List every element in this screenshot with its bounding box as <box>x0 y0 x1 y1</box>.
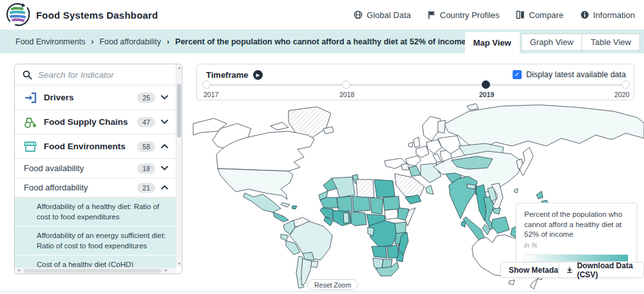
section-label: Food Environments <box>44 142 126 151</box>
checkbox-checked-icon[interactable]: ✓ <box>513 70 522 79</box>
legend-title: Percent of the population who cannot aff… <box>524 210 629 240</box>
login-arrow-icon <box>23 92 38 104</box>
scroll-down-arrow[interactable]: ▼ <box>176 262 182 266</box>
breadcrumb-level2[interactable]: Food affordability <box>99 37 161 46</box>
breadcrumb-separator: › <box>91 37 93 46</box>
nav-information[interactable]: Information <box>580 10 635 20</box>
subsection-label: Food availability <box>24 163 84 173</box>
nav-compare[interactable]: Compare <box>516 10 563 20</box>
sidebar-subsection-food-affordability[interactable]: Food affordability 21 <box>15 178 176 198</box>
sidebar-subsection-food-availability[interactable]: Food availability 18 <box>15 159 176 178</box>
indicator-item[interactable]: Affordability of an energy sufficient di… <box>15 226 176 255</box>
globe-icon <box>354 10 363 19</box>
nav-label: Information <box>593 10 635 20</box>
timeframe-panel: Timeframe ▶ ✓ Display latest available d… <box>196 64 634 100</box>
chevron-down-icon <box>161 95 168 100</box>
compare-icon <box>516 10 525 19</box>
count-badge: 58 <box>137 142 155 152</box>
year-stop-2020[interactable] <box>621 80 630 89</box>
scroll-right-arrow[interactable]: ► <box>164 268 168 272</box>
display-latest-label: Display latest available data <box>526 70 626 79</box>
scroll-up-arrow[interactable]: ▲ <box>176 66 182 69</box>
display-latest-checkbox-row[interactable]: ✓ Display latest available data <box>513 70 626 79</box>
count-badge: 21 <box>137 183 155 193</box>
legend-unit: in % <box>524 241 629 249</box>
subsection-label: Food affordability <box>24 183 88 192</box>
year-stop-2018[interactable] <box>342 80 350 89</box>
tab-map-view[interactable]: Map View <box>465 32 520 53</box>
download-icon <box>567 266 573 274</box>
show-metadata-label: Show Metadata <box>509 266 565 275</box>
app-header: Food Systems Dashboard Global Data Count… <box>0 0 644 30</box>
chevron-up-icon <box>161 185 168 190</box>
chevron-down-icon <box>161 120 168 124</box>
page-bottom-divider <box>0 291 644 292</box>
nav-country-profiles[interactable]: Country Profiles <box>428 10 499 20</box>
sidebar-section-food-supply-chains[interactable]: Food Supply Chains 47 <box>15 110 176 134</box>
download-data-label: Download Data (CSV) <box>577 261 636 279</box>
sidebar-horizontal-scrollbar[interactable]: ◄ ► <box>15 267 176 273</box>
year-slider-track[interactable] <box>206 84 625 86</box>
scrollbar-thumb[interactable] <box>177 84 181 138</box>
flag-icon <box>428 10 436 19</box>
count-badge: 47 <box>137 117 155 127</box>
count-badge: 25 <box>137 93 155 103</box>
south-america[interactable] <box>281 217 332 288</box>
nav-global-data[interactable]: Global Data <box>354 10 411 20</box>
search-input[interactable] <box>38 70 168 80</box>
nav-label: Country Profiles <box>440 10 499 20</box>
indicator-search <box>15 64 176 86</box>
breadcrumb-current-indicator: Percent of the population who cannot aff… <box>175 37 466 46</box>
section-label: Drivers <box>44 93 74 102</box>
year-label: 2020 <box>614 91 629 98</box>
count-badge: 18 <box>137 163 155 174</box>
main-nav: Global Data Country Profiles Compare Inf… <box>354 10 644 20</box>
year-stop-2017[interactable] <box>202 80 211 89</box>
search-icon <box>23 70 32 80</box>
nav-label: Global Data <box>366 10 411 20</box>
tab-graph-view[interactable]: Graph View <box>521 33 583 51</box>
play-button[interactable]: ▶ <box>253 70 263 80</box>
sidebar-vertical-scrollbar[interactable]: ▲ ▼ <box>176 64 182 267</box>
indicator-item[interactable]: Affordability of a healthy diet: Ratio o… <box>15 198 176 226</box>
sidebar-section-food-environments[interactable]: Food Environments 58 <box>15 134 176 159</box>
timeframe-label: Timeframe <box>206 70 249 80</box>
nav-label: Compare <box>529 10 563 20</box>
chevron-down-icon <box>161 166 168 170</box>
reset-zoom-label: Reset Zoom <box>314 281 351 289</box>
storefront-icon <box>23 141 38 152</box>
view-tabs: Map View Graph View Table View <box>465 32 640 53</box>
indicator-sidebar: Drivers 25 Food Supply Chains 47 Food En… <box>14 64 182 274</box>
chevron-up-icon <box>161 144 168 149</box>
scroll-left-arrow[interactable]: ◄ <box>17 268 21 272</box>
tab-table-view[interactable]: Table View <box>582 33 640 51</box>
reset-zoom-button[interactable]: Reset Zoom <box>307 279 358 290</box>
food-systems-logo-icon <box>6 3 31 27</box>
app-title: Food Systems Dashboard <box>36 10 158 21</box>
breadcrumb-separator: › <box>167 37 169 46</box>
scrollbar-thumb[interactable] <box>24 269 162 273</box>
year-label: 2017 <box>204 91 218 98</box>
tractor-icon <box>23 116 38 128</box>
year-label: 2018 <box>339 91 354 98</box>
year-label-selected: 2019 <box>479 91 494 98</box>
indicator-item[interactable]: Cost of a healthy diet (CoHD) <box>15 255 176 267</box>
download-data-button[interactable]: Download Data (CSV) <box>558 262 644 278</box>
info-icon <box>580 10 589 19</box>
section-label: Food Supply Chains <box>44 117 128 127</box>
sidebar-section-drivers[interactable]: Drivers 25 <box>15 86 176 110</box>
breadcrumb-level1[interactable]: Food Environments <box>15 37 85 46</box>
breadcrumb: Food Environments › Food affordability ›… <box>15 30 466 53</box>
year-stop-2019-selected[interactable] <box>482 80 490 89</box>
